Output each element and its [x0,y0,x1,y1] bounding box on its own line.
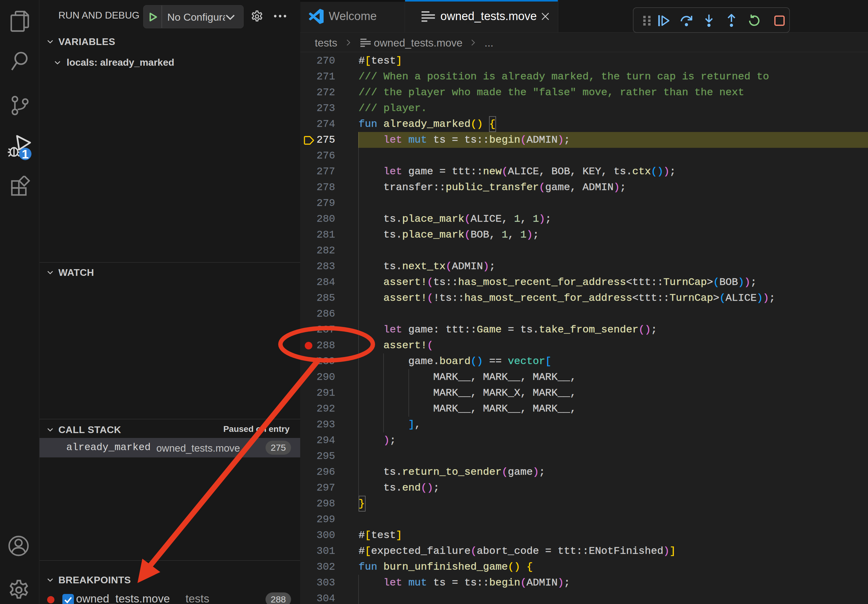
svg-text:1: 1 [22,147,29,160]
